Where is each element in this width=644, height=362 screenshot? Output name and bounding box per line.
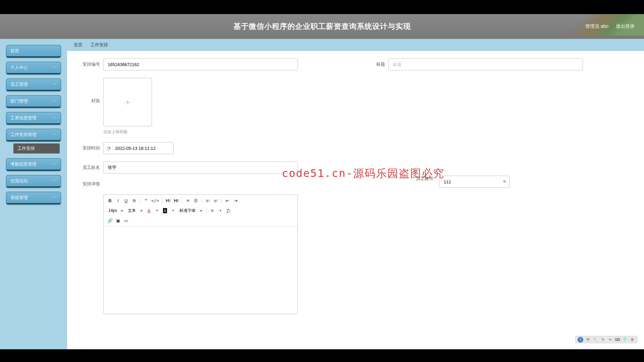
chevron-down-icon: ﹀	[53, 132, 57, 137]
ime-punct-icon[interactable]: °,	[593, 337, 598, 342]
h2-button[interactable]: H2	[172, 197, 180, 204]
sidebar-subitem-work-arrange[interactable]: 工作安排	[13, 143, 60, 154]
image-icon[interactable]: ▣	[114, 217, 122, 224]
sidebar-item-label: 部门管理	[10, 98, 28, 104]
outdent-button[interactable]: ⇤	[224, 197, 231, 204]
sidebar-item-system[interactable]: 系统管理 ﹀	[6, 192, 61, 204]
sidebar-subitem-label: 工作安排	[17, 145, 35, 152]
sidebar: 首页 个人中心 ﹀ 员工管理 ﹀ 部门管理 ﹀ 工资信息管理 ﹀ 工作安排管理 …	[0, 39, 67, 349]
page-title: 基于微信小程序的企业职工薪资查询系统设计与实现	[233, 21, 411, 32]
sidebar-item-label: 员工管理	[10, 81, 28, 87]
logout-link[interactable]: 退出登录	[616, 23, 635, 29]
sidebar-item-department[interactable]: 部门管理 ﹀	[6, 95, 61, 108]
details-label: 安排详情	[74, 181, 100, 187]
sidebar-item-salary[interactable]: 工资信息管理 ﹀	[6, 112, 61, 125]
separator	[221, 198, 222, 203]
rich-text-editor: B I U S ” </> H1 H2 ≡ ☰ x2	[103, 194, 298, 314]
title-label: 标题	[368, 61, 385, 67]
clock-icon: ◔	[107, 145, 111, 151]
emp-name-input[interactable]	[103, 162, 298, 174]
emp-acct-select[interactable]: 111	[439, 176, 510, 188]
emp-name-label: 员工姓名	[74, 165, 100, 171]
sidebar-item-work-arrange[interactable]: 工作安排管理 ﹀	[6, 129, 61, 141]
arrange-no-input[interactable]	[103, 58, 298, 70]
chevron-down-icon: ﹀	[53, 178, 57, 183]
emp-acct-label: 员工账号	[416, 176, 433, 182]
admin-name[interactable]: 管理员 abo	[585, 23, 608, 29]
h1-button[interactable]: H1	[164, 197, 172, 204]
ime-toolbar: 王 中 °, ✎ ✂ ⌨ 👕 ⚙	[575, 336, 637, 343]
chevron-down-icon: ﹀	[53, 115, 57, 120]
arrange-time-label: 安排时间	[74, 145, 100, 151]
highlight-button[interactable]: A	[161, 207, 169, 214]
text-type-select[interactable]: 文本◆	[126, 207, 145, 214]
sidebar-item-label: 考勤信息管理	[10, 161, 37, 167]
sidebar-item-attendance[interactable]: 考勤信息管理 ﹀	[6, 158, 61, 171]
ime-edit-icon[interactable]: ✎	[600, 337, 605, 342]
sidebar-item-label: 工资信息管理	[10, 115, 37, 121]
arrange-time-input[interactable]	[103, 142, 174, 154]
emp-acct-value: 111	[444, 179, 451, 184]
editor-toolbar: B I U S ” </> H1 H2 ≡ ☰ x2	[104, 195, 298, 227]
sidebar-item-label: 个人中心	[10, 65, 28, 71]
sidebar-item-home[interactable]: 首页	[6, 45, 61, 58]
italic-button[interactable]: I	[114, 197, 122, 204]
link-icon[interactable]: 🔗	[106, 217, 114, 224]
breadcrumb-home[interactable]: 首页	[74, 42, 83, 48]
align-button[interactable]: ≡	[209, 207, 216, 214]
separator	[206, 208, 207, 213]
font-size-select[interactable]: 14px◆	[106, 207, 125, 214]
content-area: 首页 工作安排 安排编号 标题 封面	[67, 39, 644, 349]
breadcrumb: 首页 工作安排	[67, 39, 644, 51]
indent-button[interactable]: ⇥	[232, 197, 239, 204]
subscript-button[interactable]: x2	[204, 197, 211, 204]
text-color-button[interactable]: A	[145, 207, 153, 214]
sidebar-item-forum[interactable]: 交流论坛 ﹀	[6, 175, 61, 188]
sidebar-item-label: 工作安排管理	[10, 132, 37, 138]
cover-upload[interactable]: ＋	[103, 78, 152, 126]
breadcrumb-current[interactable]: 工作安排	[91, 42, 108, 48]
ime-skin-icon[interactable]: 👕	[622, 337, 628, 342]
sidebar-item-label: 交流论坛	[10, 178, 28, 184]
arrange-no-label: 安排编号	[74, 61, 100, 67]
editor-body[interactable]	[104, 227, 298, 314]
color-dropdown[interactable]: ▾	[153, 207, 161, 214]
font-family-select[interactable]: 标准字体◆	[177, 207, 204, 214]
cover-label: 封面	[74, 98, 100, 104]
separator	[162, 198, 162, 203]
header: 基于微信小程序的企业职工薪资查询系统设计与实现 管理员 abo 退出登录	[0, 14, 644, 39]
cover-upload-hint: 点击上传封面	[103, 129, 152, 135]
code-button[interactable]: </>	[150, 197, 160, 204]
video-icon[interactable]: ▭	[122, 217, 130, 224]
chevron-down-icon: ﹀	[53, 162, 57, 167]
title-input[interactable]	[388, 58, 583, 70]
sidebar-item-personal[interactable]: 个人中心 ﹀	[6, 62, 61, 74]
superscript-button[interactable]: x2	[212, 197, 219, 204]
sidebar-item-employee[interactable]: 员工管理 ﹀	[6, 78, 61, 91]
sidebar-item-label: 系统管理	[10, 195, 28, 201]
ime-logo-icon[interactable]: 王	[578, 337, 583, 343]
clear-format-button[interactable]: Tx	[225, 207, 232, 214]
chevron-down-icon: ﹀	[53, 195, 57, 200]
ime-scissors-icon[interactable]: ✂	[607, 337, 613, 342]
ime-lang-icon[interactable]: 中	[585, 337, 591, 342]
separator	[182, 198, 182, 203]
sidebar-item-label: 首页	[10, 48, 19, 54]
chevron-down-icon: ﹀	[53, 99, 57, 104]
highlight-dropdown[interactable]: ▾	[169, 207, 177, 214]
plus-icon: ＋	[123, 96, 132, 108]
ime-keyboard-icon[interactable]: ⌨	[615, 337, 620, 342]
ordered-list-button[interactable]: ≡	[184, 197, 192, 204]
separator	[140, 198, 140, 203]
ime-settings-icon[interactable]: ⚙	[630, 337, 635, 342]
chevron-down-icon: ﹀	[53, 65, 57, 70]
underline-button[interactable]: U	[122, 197, 130, 204]
bold-button[interactable]: B	[106, 197, 114, 204]
quote-button[interactable]: ”	[142, 197, 150, 204]
unordered-list-button[interactable]: ☰	[192, 197, 200, 204]
strike-button[interactable]: S	[130, 197, 138, 204]
chevron-down-icon: ﹀	[53, 82, 57, 87]
separator	[202, 198, 202, 203]
align-dropdown[interactable]: ▾	[217, 207, 224, 214]
